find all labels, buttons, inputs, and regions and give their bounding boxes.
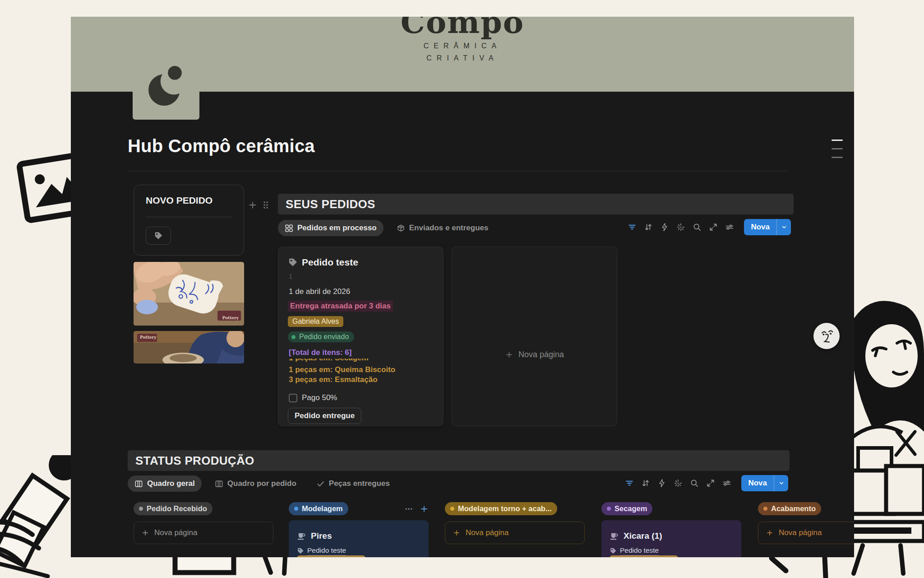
face-widget-button[interactable]	[813, 323, 840, 349]
nova-dropdown-button[interactable]	[777, 219, 791, 235]
seus-pedidos-toolbar: Nova	[628, 219, 791, 235]
board-card-pires[interactable]: Pires Pedido teste	[289, 520, 429, 557]
column-name: Pedido Recebido	[147, 504, 207, 513]
status-producao-title: STATUS PRODUÇÃO	[135, 454, 254, 468]
column-pill-modelagem-torno[interactable]: Modelagem torno + acab...	[445, 502, 557, 515]
board-column-header: Acabamento	[758, 502, 854, 515]
board-new-page-button[interactable]: Nova página	[445, 522, 585, 544]
toc-widget[interactable]	[832, 140, 843, 158]
board-new-page-button[interactable]: Nova página	[758, 522, 854, 544]
column-pill-pedido-recebido[interactable]: Pedido Recebido	[134, 502, 213, 515]
order-card-pedido-teste[interactable]: Pedido teste 1 1 de abril de 2026 Entreg…	[278, 247, 444, 426]
nova-button[interactable]: Nova	[741, 475, 774, 491]
column-name: Modelagem torno + acab...	[458, 504, 552, 513]
tag-icon	[154, 231, 163, 240]
nova-split-button: Nova	[741, 475, 788, 491]
status-dot	[291, 335, 296, 339]
board-column-header: Modelagem torno + acab...	[445, 502, 585, 515]
board-new-page-button[interactable]: Nova página	[134, 522, 273, 544]
pedido-entregue-button[interactable]: Pedido entregue	[288, 408, 361, 424]
paid-checkbox[interactable]	[289, 394, 297, 402]
photo-watermark: Pottery	[222, 316, 239, 320]
drag-handle-icon[interactable]	[261, 200, 271, 210]
board-card-title: Pires	[311, 531, 332, 541]
board-column-header: Secagem	[601, 502, 741, 515]
order-alert-badge: Entrega atrasada por 3 dias	[288, 301, 393, 312]
automation-bolt-icon[interactable]	[657, 479, 666, 488]
column-pill-acabamento[interactable]: Acabamento	[758, 502, 821, 515]
board-card-title-row: Pires	[297, 531, 332, 541]
automation-bolt-icon[interactable]	[660, 223, 669, 232]
chevron-down-icon	[781, 224, 787, 230]
status-dot	[139, 507, 143, 511]
tab-quadro-geral[interactable]: Quadro geral	[128, 475, 202, 492]
board-card-xicara[interactable]: Xicara (1) Pedido teste	[601, 520, 741, 557]
settings-sliders-icon[interactable]	[722, 479, 731, 488]
paid-checkbox-label: Pago 50%	[302, 393, 337, 402]
sparkle-burst-icon[interactable]	[674, 479, 683, 488]
new-order-tag-button[interactable]	[146, 227, 171, 245]
add-block-icon[interactable]	[248, 200, 258, 210]
settings-sliders-icon[interactable]	[725, 223, 734, 232]
novo-pedido-title: NOVO PEDIDO	[146, 195, 213, 206]
tab-quadro-por-pedido[interactable]: Quadro por pedido	[208, 475, 303, 492]
tab-enviados-e-entregues[interactable]: Enviados e entregues	[390, 220, 495, 236]
pottery-photo-clay[interactable]: Pottery	[134, 331, 244, 364]
board-card-page-ref[interactable]: Pedido teste	[610, 546, 659, 555]
tab-label: Peças entregues	[329, 479, 390, 488]
search-icon[interactable]	[690, 479, 699, 488]
cup-icon	[297, 531, 306, 541]
column-name: Modelagem	[302, 504, 343, 513]
assignee-chip: Gabriela Alves	[288, 316, 343, 327]
sparkle-burst-icon[interactable]	[676, 223, 685, 232]
status-producao-toolbar: Nova	[625, 475, 788, 491]
page-ref-label: Pedido teste	[620, 546, 659, 555]
column-pill-secagem[interactable]: Secagem	[601, 502, 652, 515]
novo-pedido-card[interactable]: NOVO PEDIDO	[134, 185, 244, 256]
board-card-title-row: Xicara (1)	[610, 531, 662, 541]
notion-page: Compô CERÂMICA CRIATIVA Hub Compô cerâmi…	[71, 17, 854, 557]
brand-name: Compô	[71, 17, 854, 40]
status-producao-header: STATUS PRODUÇÃO	[128, 450, 790, 471]
new-page-card-inner: Nova página	[452, 350, 617, 359]
order-total: [Total de itens: 6]	[289, 348, 351, 357]
tag-icon	[297, 547, 304, 555]
seus-pedidos-tabs: Pedidos em processo Enviados e entregues	[278, 220, 495, 236]
nova-dropdown-button[interactable]	[774, 475, 788, 491]
novo-pedido-divider	[146, 217, 232, 217]
progress-line: 3 peças em: Esmaltação	[289, 375, 378, 384]
tab-label: Enviados e entregues	[409, 224, 489, 233]
table-strokes-doodle	[749, 556, 857, 578]
tab-label: Pedidos em processo	[297, 224, 377, 233]
plus-icon	[505, 350, 513, 359]
new-page-label: Nova página	[154, 528, 197, 537]
column-pill-modelagem[interactable]: Modelagem	[289, 502, 348, 515]
page-icon[interactable]	[133, 53, 199, 120]
status-label: Pedido enviado	[299, 333, 349, 341]
new-page-label: Nova página	[518, 350, 564, 359]
board-card-page-ref[interactable]: Pedido teste	[297, 546, 346, 555]
new-page-card[interactable]: Nova página	[452, 247, 617, 426]
tab-label: Quadro geral	[147, 479, 195, 488]
progress-line: 1 peças em: Secagem	[289, 359, 424, 363]
expand-icon[interactable]	[706, 479, 715, 488]
filter-icon[interactable]	[625, 479, 634, 488]
ellipsis-icon[interactable]	[404, 504, 413, 513]
filter-icon[interactable]	[628, 223, 637, 232]
sort-icon[interactable]	[644, 223, 653, 232]
pottery-photo-painting[interactable]: Pottery	[134, 262, 244, 326]
nova-split-button: Nova	[744, 219, 791, 235]
board-icon	[134, 480, 143, 488]
nova-button[interactable]: Nova	[744, 219, 776, 235]
status-producao-tabs: Quadro geral Quadro por pedido Peças ent…	[128, 475, 397, 492]
tab-label: Quadro por pedido	[227, 479, 296, 488]
board-column-header: Pedido Recebido	[134, 502, 273, 515]
seus-pedidos-title: SEUS PEDIDOS	[286, 197, 375, 211]
sort-icon[interactable]	[641, 479, 650, 488]
plus-icon[interactable]	[420, 504, 429, 513]
tab-pedidos-em-processo[interactable]: Pedidos em processo	[278, 220, 383, 236]
search-icon[interactable]	[693, 223, 702, 232]
expand-icon[interactable]	[709, 223, 718, 232]
tab-pecas-entregues[interactable]: Peças entregues	[310, 475, 397, 492]
face-logo-icon	[818, 326, 836, 346]
